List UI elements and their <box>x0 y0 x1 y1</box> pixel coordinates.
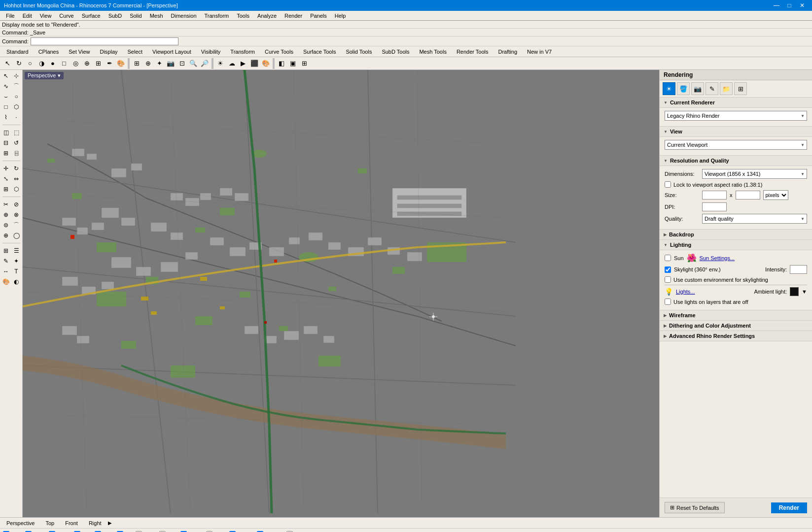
view-dropdown[interactable]: Current Viewport <box>665 140 807 150</box>
viewport-tab-more[interactable]: ▶ <box>108 520 112 526</box>
render-folder-icon[interactable]: 📁 <box>720 82 733 95</box>
command-input[interactable] <box>31 37 178 45</box>
tool-zoom-in[interactable]: 🔍 <box>188 58 199 69</box>
render-camera-icon[interactable]: 📷 <box>691 82 704 95</box>
toolbar-tab-select[interactable]: Select <box>123 47 147 56</box>
menu-item-solid[interactable]: Solid <box>126 12 145 19</box>
tool-left-array[interactable]: ⊞ <box>1 184 11 194</box>
tool-left-offset[interactable]: ⊜ <box>1 220 11 230</box>
tool-left-move[interactable]: ✛ <box>1 164 11 173</box>
ambient-light-swatch[interactable] <box>790 287 799 296</box>
toolbar-tab-surface-tools[interactable]: Surface Tools <box>299 47 340 56</box>
tool-left-layers[interactable]: ☰ <box>11 246 21 256</box>
menu-item-file[interactable]: File <box>2 12 19 19</box>
intensity-input[interactable]: 0.0 <box>790 265 807 274</box>
tool-left-explode[interactable]: ⊗ <box>11 210 21 220</box>
menu-item-surface[interactable]: Surface <box>78 12 105 19</box>
lighting-header[interactable]: Lighting <box>660 240 812 250</box>
backdrop-header[interactable]: Backdrop <box>660 230 812 240</box>
tool-left-fillet[interactable]: ⌒ <box>11 220 21 230</box>
toolbar-tab-render-tools[interactable]: Render Tools <box>452 47 493 56</box>
toolbar-tab-drafting[interactable]: Drafting <box>494 47 522 56</box>
sun-settings-button[interactable]: Sun Settings... <box>700 255 735 261</box>
pixels-unit-select[interactable]: pixels <box>763 190 788 200</box>
menu-item-render[interactable]: Render <box>281 12 306 19</box>
tool-artsy[interactable]: 🎨 <box>115 58 126 69</box>
tool-snap[interactable]: ✦ <box>154 58 165 69</box>
menu-item-tools[interactable]: Tools <box>233 12 253 19</box>
ambient-dropdown-icon[interactable]: ▼ <box>802 289 807 295</box>
tool-camera[interactable]: 📷 <box>165 58 176 69</box>
render-sun-icon[interactable]: ☀ <box>663 82 675 95</box>
resolution-header[interactable]: Resolution and Quality <box>660 156 812 166</box>
toolbar-tab-solid-tools[interactable]: Solid Tools <box>341 47 376 56</box>
dimensions-dropdown[interactable]: Viewport (1856 x 1341) <box>702 169 807 179</box>
viewport-tab-front[interactable]: Front <box>61 519 82 527</box>
toolbar-tab-standard[interactable]: Standard <box>2 47 33 56</box>
toolbar-tab-set-view[interactable]: Set View <box>64 47 94 56</box>
tool-left-select2[interactable]: ⊹ <box>11 71 21 81</box>
tool-left-mirror[interactable]: ⇔ <box>11 174 21 184</box>
tool-left-freeform[interactable]: ⌇ <box>1 112 11 122</box>
wireframe-header[interactable]: Wireframe <box>660 310 812 321</box>
tool-axis[interactable]: ⊕ <box>142 58 153 69</box>
tool-left-scale[interactable]: ⤡ <box>1 174 11 184</box>
tool-ghosted[interactable]: ◎ <box>70 58 81 69</box>
tool-cloud[interactable]: ☁ <box>226 58 237 69</box>
menu-item-panels[interactable]: Panels <box>306 12 331 19</box>
close-button[interactable]: ✕ <box>796 0 808 11</box>
tool-wireframe[interactable]: □ <box>59 58 70 69</box>
lights-button[interactable]: Lights... <box>676 289 695 295</box>
tool-left-poly[interactable]: ⬡ <box>11 102 21 112</box>
minimize-button[interactable]: — <box>771 0 782 11</box>
tool-left-dim[interactable]: ↔ <box>1 266 11 276</box>
tool-shaded[interactable]: ◑ <box>36 58 47 69</box>
tool-left-grid2[interactable]: ⊞ <box>1 246 11 256</box>
renderer-dropdown[interactable]: Legacy Rhino Render <box>665 111 807 121</box>
toolbar-tab-transform[interactable]: Transform <box>226 47 259 56</box>
viewport-tab-top[interactable]: Top <box>41 519 59 527</box>
viewport-tab-right[interactable]: Right <box>84 519 106 527</box>
tool-left-split[interactable]: ⊘ <box>11 200 21 209</box>
tool-grid[interactable]: ⊞ <box>131 58 142 69</box>
tool-left-surface2[interactable]: ⬚ <box>11 128 21 137</box>
toolbar-tab-new-in-v7[interactable]: New in V7 <box>523 47 556 56</box>
toolbar-tab-subd-tools[interactable]: SubD Tools <box>377 47 414 56</box>
tool-left-text[interactable]: T <box>11 266 21 276</box>
tool-left-pts[interactable]: · <box>11 112 21 122</box>
tool-left-arc[interactable]: ⌣ <box>1 92 11 101</box>
maximize-button[interactable]: □ <box>783 0 795 11</box>
tool-left-notes[interactable]: ✎ <box>1 256 11 266</box>
menu-item-transform[interactable]: Transform <box>201 12 233 19</box>
render-grid-icon[interactable]: ⊞ <box>734 82 747 95</box>
tool-xray[interactable]: ⊕ <box>81 58 92 69</box>
tool-left-revolve[interactable]: ↺ <box>11 138 21 148</box>
tool-left-shell[interactable]: ◯ <box>11 231 21 240</box>
tool-capture[interactable]: ⊡ <box>177 58 187 69</box>
tool-left-color2[interactable]: 🎨 <box>1 277 11 287</box>
lock-aspect-checkbox[interactable] <box>665 181 671 188</box>
menu-item-mesh[interactable]: Mesh <box>146 12 167 19</box>
tool-left-join[interactable]: ⊕ <box>1 210 11 220</box>
menu-item-edit[interactable]: Edit <box>19 12 36 19</box>
toolbar-tab-display[interactable]: Display <box>95 47 122 56</box>
toolbar-tab-curve-tools[interactable]: Curve Tools <box>260 47 298 56</box>
tool-sphere[interactable]: ○ <box>25 58 35 69</box>
viewport-label[interactable]: Perspective ▾ <box>25 72 64 79</box>
view-section-header[interactable]: View <box>660 127 812 137</box>
tool-heatmap[interactable]: ⬛ <box>249 58 260 69</box>
tool-left-boolean[interactable]: ⊕ <box>1 231 11 240</box>
tool-left-rotate[interactable]: ↻ <box>11 164 21 173</box>
advanced-header[interactable]: Advanced Rhino Render Settings <box>660 331 812 341</box>
tool-left-mat[interactable]: ◐ <box>11 277 21 287</box>
tool-left-extude[interactable]: ⊟ <box>1 138 11 148</box>
tool-orient[interactable]: ⊞ <box>299 58 310 69</box>
current-renderer-header[interactable]: Current Renderer <box>660 98 812 108</box>
tool-tech[interactable]: ⊞ <box>93 58 104 69</box>
sun-checkbox[interactable] <box>665 255 671 261</box>
reset-defaults-button[interactable]: ⊞ Reset To Defaults <box>665 502 725 513</box>
viewport[interactable]: Perspective ▾ <box>23 70 659 517</box>
tool-left-loft[interactable]: ⊞ <box>1 148 11 158</box>
tool-select[interactable]: ↖ <box>2 58 13 69</box>
custom-env-checkbox[interactable] <box>665 276 671 283</box>
